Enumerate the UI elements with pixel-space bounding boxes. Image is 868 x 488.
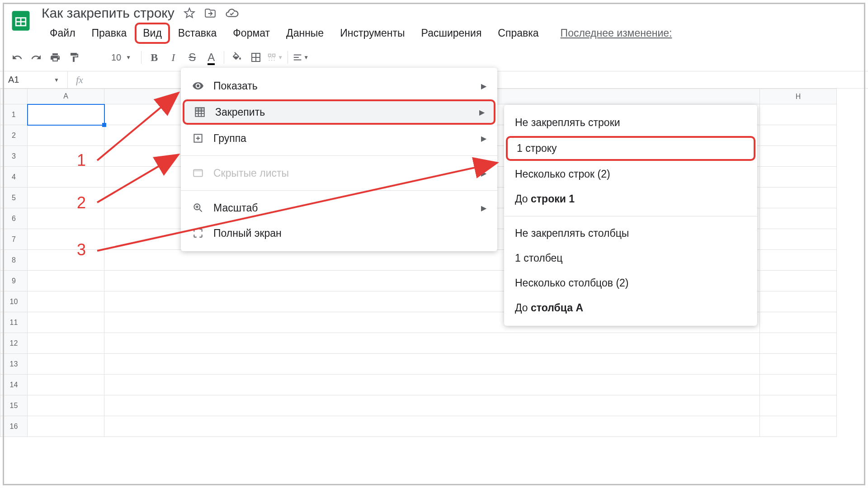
row-header-15[interactable]: 15: [0, 395, 28, 416]
cell-mid-12[interactable]: [104, 333, 760, 354]
paint-format-button[interactable]: [66, 49, 82, 66]
row-header-14[interactable]: 14: [0, 375, 28, 395]
cell-A10[interactable]: [28, 291, 104, 312]
menu-формат[interactable]: Формат: [225, 23, 278, 44]
row-header-5[interactable]: 5: [0, 188, 28, 208]
cell-H8[interactable]: [760, 250, 837, 271]
cell-mid-14[interactable]: [104, 375, 760, 395]
move-icon[interactable]: [204, 7, 216, 19]
cell-A1[interactable]: [28, 104, 104, 125]
cell-H15[interactable]: [760, 395, 837, 416]
italic-button[interactable]: I: [165, 49, 181, 66]
text-color-button[interactable]: A: [203, 49, 219, 66]
undo-button[interactable]: [9, 49, 25, 66]
cell-A7[interactable]: [28, 229, 104, 250]
cell-H10[interactable]: [760, 291, 837, 312]
view-item-Показать[interactable]: Показать▶: [181, 73, 497, 99]
print-button[interactable]: [47, 49, 63, 66]
fill-color-button[interactable]: [229, 49, 245, 66]
cell-mid-15[interactable]: [104, 395, 760, 416]
row-header-2[interactable]: 2: [0, 125, 28, 146]
cell-H7[interactable]: [760, 229, 837, 250]
row-header-13[interactable]: 13: [0, 354, 28, 375]
cell-H1[interactable]: [760, 104, 837, 125]
cell-H16[interactable]: [760, 416, 837, 437]
view-item-Закрепить[interactable]: Закрепить▶: [183, 99, 495, 125]
view-item-Полный экран[interactable]: Полный экран: [181, 221, 497, 246]
cell-H12[interactable]: [760, 333, 837, 354]
cloud-check-icon[interactable]: [225, 6, 239, 20]
cell-A14[interactable]: [28, 375, 104, 395]
cell-mid-13[interactable]: [104, 354, 760, 375]
view-item-Группа[interactable]: Группа▶: [181, 126, 497, 151]
cell-A9[interactable]: [28, 271, 104, 291]
cell-A12[interactable]: [28, 333, 104, 354]
row-header-10[interactable]: 10: [0, 291, 28, 312]
select-all-corner[interactable]: [0, 89, 28, 104]
merge-button[interactable]: ▼: [267, 49, 283, 66]
sheets-logo[interactable]: [9, 9, 33, 33]
halign-button[interactable]: ▼: [292, 49, 309, 66]
col-header-A[interactable]: A: [28, 89, 104, 104]
freeze-item[interactable]: До строки 1: [504, 187, 757, 211]
group-icon: [192, 132, 204, 145]
menu-вид[interactable]: Вид: [135, 23, 170, 44]
cell-A6[interactable]: [28, 208, 104, 229]
cell-A2[interactable]: [28, 125, 104, 146]
menu-расширения[interactable]: Расширения: [413, 23, 490, 44]
row-header-11[interactable]: 11: [0, 312, 28, 333]
freeze-item[interactable]: Несколько строк (2): [504, 162, 757, 187]
row-header-9[interactable]: 9: [0, 271, 28, 291]
font-size-selector[interactable]: 10▼: [106, 52, 137, 63]
row-header-4[interactable]: 4: [0, 167, 28, 188]
menu-справка[interactable]: Справка: [490, 23, 547, 44]
cell-A11[interactable]: [28, 312, 104, 333]
view-item-Масштаб[interactable]: Масштаб▶: [181, 195, 497, 221]
name-box[interactable]: A1▼: [0, 71, 68, 88]
cell-A15[interactable]: [28, 395, 104, 416]
row-header-7[interactable]: 7: [0, 229, 28, 250]
cell-H11[interactable]: [760, 312, 837, 333]
cell-H14[interactable]: [760, 375, 837, 395]
borders-button[interactable]: [248, 49, 264, 66]
freeze-item[interactable]: До столбца A: [504, 296, 757, 320]
cell-H4[interactable]: [760, 167, 837, 188]
redo-button[interactable]: [28, 49, 44, 66]
cell-A4[interactable]: [28, 167, 104, 188]
menu-данные[interactable]: Данные: [278, 23, 332, 44]
last-edit-link[interactable]: Последнее изменение:: [561, 23, 672, 44]
star-icon[interactable]: [184, 7, 195, 19]
cell-H2[interactable]: [760, 125, 837, 146]
row-header-1[interactable]: 1: [0, 104, 28, 125]
cell-A5[interactable]: [28, 188, 104, 208]
row-header-16[interactable]: 16: [0, 416, 28, 437]
bold-button[interactable]: B: [146, 49, 162, 66]
freeze-item[interactable]: Не закреплять строки: [504, 110, 757, 135]
hidden-icon: [192, 167, 204, 179]
row-header-12[interactable]: 12: [0, 333, 28, 354]
cell-A16[interactable]: [28, 416, 104, 437]
cell-H3[interactable]: [760, 146, 837, 167]
cell-A8[interactable]: [28, 250, 104, 271]
strike-button[interactable]: S: [184, 49, 200, 66]
cell-H9[interactable]: [760, 271, 837, 291]
document-title[interactable]: Как закрепить строку: [42, 5, 175, 21]
cell-A13[interactable]: [28, 354, 104, 375]
cell-H5[interactable]: [760, 188, 837, 208]
menu-вставка[interactable]: Вставка: [170, 23, 225, 44]
freeze-item[interactable]: Не закреплять столбцы: [504, 221, 757, 246]
row-header-6[interactable]: 6: [0, 208, 28, 229]
freeze-item[interactable]: 1 строку: [506, 136, 755, 161]
row-header-8[interactable]: 8: [0, 250, 28, 271]
cell-H6[interactable]: [760, 208, 837, 229]
menu-правка[interactable]: Правка: [84, 23, 135, 44]
cell-mid-16[interactable]: [104, 416, 760, 437]
cell-A3[interactable]: [28, 146, 104, 167]
freeze-item[interactable]: 1 столбец: [504, 246, 757, 271]
col-header-H[interactable]: H: [760, 89, 837, 104]
cell-H13[interactable]: [760, 354, 837, 375]
menu-файл[interactable]: Файл: [42, 23, 84, 44]
menu-инструменты[interactable]: Инструменты: [332, 23, 413, 44]
freeze-item[interactable]: Несколько столбцов (2): [504, 271, 757, 296]
row-header-3[interactable]: 3: [0, 146, 28, 167]
